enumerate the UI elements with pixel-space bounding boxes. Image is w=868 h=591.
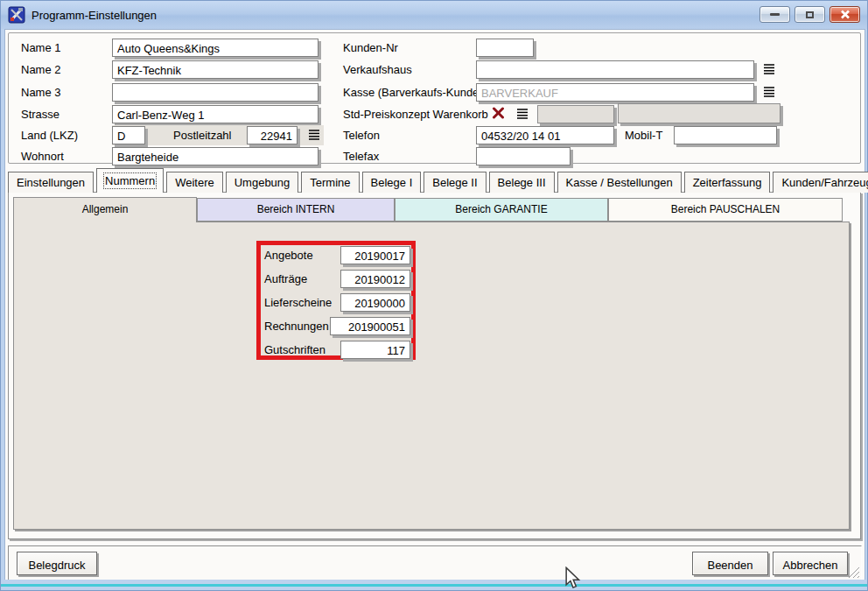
name3-field[interactable] <box>112 83 318 102</box>
tab-kunden-fahrzeuge[interactable]: Kunden/Fahrzeuge <box>773 172 868 193</box>
tab-einstellungen[interactable]: Einstellungen <box>8 172 94 193</box>
tab-kasse-bestellungen[interactable]: Kasse / Bestellungen <box>557 172 682 193</box>
verkaufshaus-picker-icon[interactable] <box>763 63 776 74</box>
maximize-button[interactable] <box>794 6 825 23</box>
lieferscheine-label: Lieferscheine <box>264 296 332 309</box>
close-button[interactable] <box>830 6 860 23</box>
verkaufshaus-label: Verkaufshaus <box>343 63 412 76</box>
abbrechen-button[interactable]: Abbrechen <box>773 552 848 575</box>
kasse-field[interactable] <box>476 83 754 102</box>
app-icon <box>8 6 25 24</box>
strasse-label: Strasse <box>21 108 60 121</box>
titlebar[interactable]: Programm-Einstellungen <box>1 1 867 29</box>
main-tabs: Einstellungen Nummern Weitere Umgebung T… <box>8 171 868 193</box>
tab-termine[interactable]: Termine <box>301 172 359 193</box>
name1-field[interactable] <box>112 39 318 57</box>
stdpreis-code-field <box>537 105 614 123</box>
resize-grip[interactable] <box>846 565 860 579</box>
mobil-label: Mobil-T <box>625 129 662 142</box>
stdpreis-picker-icon[interactable] <box>516 108 529 119</box>
stdpreis-clear-icon[interactable] <box>492 107 505 119</box>
tab-belege-1[interactable]: Belege I <box>362 172 422 193</box>
kasse-label: Kasse (Barverkaufs-Kunde) <box>343 86 483 99</box>
plz-picker-icon[interactable] <box>308 129 321 140</box>
address-panel: Name 1 Name 2 Name 3 Strasse Land (LKZ) … <box>8 32 861 164</box>
tab-weitere[interactable]: Weitere <box>166 172 223 193</box>
programm-einstellungen-window: Programm-Einstellungen Name 1 Name 2 Nam… <box>0 0 868 591</box>
telefax-field[interactable] <box>476 147 570 165</box>
subtab-allgemein[interactable]: Allgemein <box>13 197 197 222</box>
kundennr-field[interactable] <box>476 39 534 57</box>
minimize-button[interactable] <box>760 6 790 23</box>
gutschriften-field[interactable] <box>340 341 410 359</box>
tab-nummern[interactable]: Nummern <box>96 168 164 193</box>
plz-field[interactable] <box>247 126 298 144</box>
wohnort-label: Wohnort <box>21 150 64 163</box>
auftraege-label: Aufträge <box>264 272 307 285</box>
window-bottom-frame <box>1 580 867 590</box>
window-controls <box>755 6 860 23</box>
tab-zeiterfassung[interactable]: Zeiterfassung <box>684 172 771 193</box>
angebote-field[interactable] <box>340 246 410 264</box>
allgemein-subpage <box>13 222 850 530</box>
name2-field[interactable] <box>112 60 318 79</box>
rechnungen-field[interactable] <box>330 317 410 335</box>
name3-label: Name 3 <box>21 86 61 99</box>
telefon-field[interactable] <box>476 126 614 144</box>
beenden-button[interactable]: Beenden <box>692 552 768 575</box>
subtab-bereich-garantie[interactable]: Bereich GARANTIE <box>395 198 608 222</box>
angebote-label: Angebote <box>264 249 313 262</box>
tab-nummern-label: Nummern <box>105 174 155 187</box>
gutschriften-label: Gutschriften <box>264 343 326 356</box>
subtab-bereich-intern[interactable]: Bereich INTERN <box>197 198 395 222</box>
kundennr-label: Kunden-Nr <box>343 41 398 54</box>
verkaufshaus-field[interactable] <box>476 60 754 79</box>
lieferscheine-field[interactable] <box>340 293 410 312</box>
wohnort-field[interactable] <box>112 147 318 165</box>
tab-belege-2[interactable]: Belege II <box>424 172 486 193</box>
stdpreis-label: Std-Preiskonzept Warenkorb <box>343 108 488 121</box>
land-field[interactable] <box>112 126 145 144</box>
mobil-field[interactable] <box>674 126 777 144</box>
close-icon <box>840 10 850 19</box>
minimize-icon <box>770 13 780 16</box>
plz-label: Postleitzahl <box>173 129 231 142</box>
strasse-field[interactable] <box>112 105 318 123</box>
stdpreis-name-field <box>618 103 780 123</box>
name1-label: Name 1 <box>21 41 61 54</box>
telefax-label: Telefax <box>343 150 379 163</box>
kasse-picker-icon[interactable] <box>763 86 776 97</box>
auftraege-field[interactable] <box>340 270 410 288</box>
belegdruck-button[interactable]: Belegdruck <box>17 552 97 575</box>
window-title: Programm-Einstellungen <box>32 9 157 22</box>
name2-label: Name 2 <box>21 63 61 76</box>
subtab-bereich-pauschalen[interactable]: Bereich PAUSCHALEN <box>608 198 843 222</box>
telefon-label: Telefon <box>343 129 380 142</box>
rechnungen-label: Rechnungen <box>264 320 329 333</box>
land-label: Land (LKZ) <box>21 129 78 142</box>
tab-belege-3[interactable]: Belege III <box>489 172 555 193</box>
tab-umgebung[interactable]: Umgebung <box>226 172 299 193</box>
maximize-icon <box>806 11 814 18</box>
